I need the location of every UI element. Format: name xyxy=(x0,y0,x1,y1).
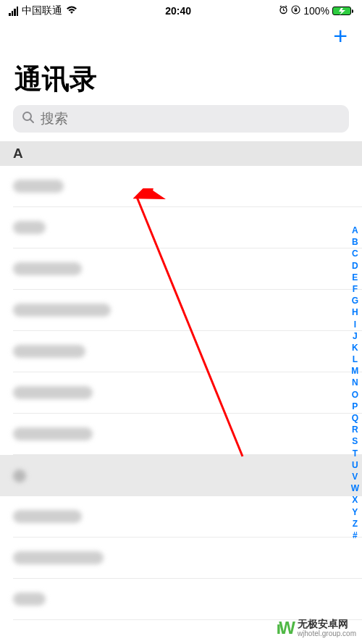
index-letter[interactable]: Y xyxy=(351,506,359,518)
index-letter[interactable]: # xyxy=(351,530,359,541)
contact-row[interactable] xyxy=(13,496,362,538)
index-letter[interactable]: N xyxy=(351,377,359,388)
battery-percent: 100% xyxy=(303,5,329,17)
contact-row[interactable] xyxy=(13,331,362,372)
index-letter[interactable]: Q xyxy=(351,412,359,424)
wifi-icon xyxy=(66,5,77,17)
watermark-url: wjhotel.group.com xyxy=(298,630,356,637)
contact-row[interactable] xyxy=(13,290,362,331)
index-letter[interactable]: E xyxy=(351,272,359,283)
index-letter[interactable]: V xyxy=(351,471,359,482)
watermark-logo-icon: ıW xyxy=(277,618,293,638)
index-letter[interactable]: T xyxy=(351,448,359,459)
index-letter[interactable]: K xyxy=(351,342,359,354)
index-letter[interactable]: I xyxy=(351,319,359,330)
status-time: 20:40 xyxy=(165,5,191,17)
contact-list xyxy=(0,166,362,620)
svg-rect-2 xyxy=(295,9,297,12)
signal-icon xyxy=(9,7,18,16)
contact-row[interactable] xyxy=(13,414,362,455)
index-letter[interactable]: J xyxy=(351,330,359,342)
svg-line-4 xyxy=(30,120,33,122)
contact-row[interactable] xyxy=(13,538,362,579)
nav-bar: + xyxy=(0,19,362,48)
contact-row[interactable] xyxy=(13,579,362,620)
alarm-icon xyxy=(279,5,288,17)
index-letter[interactable]: L xyxy=(351,354,359,365)
index-letter[interactable]: H xyxy=(351,306,359,318)
index-letter[interactable]: R xyxy=(351,424,359,435)
alphabet-index[interactable]: A B C D E F G H I J K L M N O P Q R S T … xyxy=(351,225,359,541)
watermark: ıW 无极安卓网 wjhotel.group.com xyxy=(277,618,356,638)
index-letter[interactable]: U xyxy=(351,459,359,471)
carrier-label: 中国联通 xyxy=(22,4,62,17)
search-input[interactable] xyxy=(41,111,340,127)
lock-icon xyxy=(291,5,300,17)
section-header-a: A xyxy=(0,141,362,166)
index-letter[interactable]: D xyxy=(351,260,359,272)
contact-row[interactable] xyxy=(13,372,362,414)
index-letter[interactable]: A xyxy=(351,225,359,236)
page-title: 通讯录 xyxy=(0,48,362,105)
contact-row[interactable] xyxy=(0,455,362,496)
battery-icon xyxy=(332,7,353,15)
index-letter[interactable]: O xyxy=(351,389,359,401)
index-letter[interactable]: X xyxy=(351,494,359,506)
index-letter[interactable]: C xyxy=(351,248,359,259)
index-letter[interactable]: S xyxy=(351,435,359,447)
index-letter[interactable]: W xyxy=(351,482,359,494)
index-letter[interactable]: F xyxy=(351,283,359,295)
status-right: 100% xyxy=(279,5,353,17)
status-bar: 中国联通 20:40 100% xyxy=(0,0,362,19)
watermark-name: 无极安卓网 xyxy=(298,619,356,630)
index-letter[interactable]: G xyxy=(351,295,359,306)
index-letter[interactable]: P xyxy=(351,401,359,412)
index-letter[interactable]: Z xyxy=(351,518,359,530)
search-icon xyxy=(22,111,35,127)
status-left: 中国联通 xyxy=(9,4,77,17)
search-bar[interactable] xyxy=(13,105,349,133)
contact-row[interactable] xyxy=(13,248,362,290)
add-contact-button[interactable]: + xyxy=(333,23,348,48)
index-letter[interactable]: B xyxy=(351,236,359,248)
index-letter[interactable]: M xyxy=(351,365,359,377)
contact-row[interactable] xyxy=(13,166,362,207)
contact-row[interactable] xyxy=(13,207,362,248)
